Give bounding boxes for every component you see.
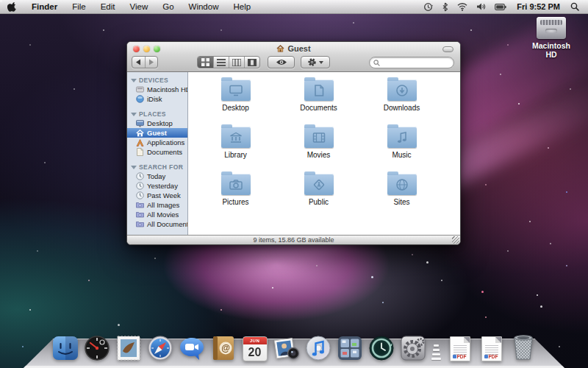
disclosure-triangle-icon[interactable] (131, 113, 137, 116)
folder-label: Documents (300, 104, 337, 112)
sidebar: DEVICES Macintosh HD iDisk PLACES Deskto… (127, 72, 188, 235)
sidebar-item-all-documents[interactable]: All Documents (127, 219, 187, 229)
menu-item-window[interactable]: Window (182, 0, 226, 13)
dock-item-finder[interactable] (51, 333, 79, 361)
sidebar-item-macintosh-hd[interactable]: Macintosh HD (127, 85, 187, 94)
dock-item-system-preferences[interactable] (399, 333, 427, 361)
safari-compass-icon (147, 335, 173, 361)
folder-label: Desktop (222, 104, 249, 112)
folder-icon (387, 127, 417, 148)
sidebar-item-applications[interactable]: Applications (127, 138, 187, 147)
pdf-label: PDF (457, 354, 467, 359)
time-machine-icon (368, 335, 395, 361)
menu-item-view[interactable]: View (123, 0, 156, 13)
apple-menu[interactable] (0, 0, 24, 13)
separator-dash (434, 344, 439, 347)
eye-icon (276, 58, 287, 66)
sidebar-item-today[interactable]: Today (127, 171, 187, 181)
pdf-chip-icon (453, 355, 456, 358)
dock: @ JUN 20 (0, 325, 588, 368)
folder-movies[interactable]: Movies (277, 122, 360, 169)
folder-sites[interactable]: Sites (360, 169, 443, 216)
folder-icon (304, 79, 334, 101)
sidebar-item-idisk[interactable]: iDisk (127, 94, 187, 104)
title-bar[interactable]: Guest (127, 42, 460, 54)
dock-item-itunes[interactable] (304, 333, 332, 361)
sync-clock-icon[interactable] (419, 0, 437, 13)
column-view-icon (232, 59, 241, 66)
dock-item-safari[interactable] (146, 333, 174, 361)
menu-item-file[interactable]: File (65, 0, 93, 13)
battery-icon[interactable] (490, 0, 511, 13)
folder-library[interactable]: Library (194, 122, 277, 169)
menu-item-go[interactable]: Go (155, 0, 181, 13)
home-icon (136, 129, 144, 137)
bluetooth-icon[interactable] (437, 0, 453, 13)
dock-item-photo-booth[interactable] (273, 333, 301, 361)
dock-item-ical[interactable]: JUN 20 (241, 333, 269, 361)
navigation-buttons (132, 56, 158, 68)
sidebar-item-desktop[interactable]: Desktop (127, 118, 187, 128)
resize-grip[interactable] (452, 236, 459, 244)
dock-item-pdf-document-1[interactable]: PDF (446, 333, 474, 361)
menu-item-edit[interactable]: Edit (93, 0, 123, 13)
sidebar-section-search-for[interactable]: SEARCH FOR (127, 162, 187, 171)
folder-public[interactable]: Public (277, 169, 360, 216)
sidebar-item-past-week[interactable]: Past Week (127, 191, 187, 200)
sidebar-item-all-images[interactable]: All Images (127, 200, 187, 210)
folder-label: Movies (307, 151, 331, 159)
menu-bar-clock[interactable]: Fri 9:52 PM (511, 2, 566, 11)
gear-icon (307, 57, 317, 67)
folder-pictures[interactable]: Pictures (194, 169, 277, 216)
volume-icon[interactable] (472, 0, 490, 13)
folder-music[interactable]: Music (360, 122, 443, 169)
column-view-button[interactable] (229, 57, 244, 68)
wifi-icon[interactable] (453, 0, 472, 13)
dock-item-ichat[interactable] (178, 333, 206, 361)
back-button[interactable] (132, 57, 145, 68)
disclosure-triangle-icon[interactable] (131, 79, 137, 82)
list-view-button[interactable] (213, 57, 229, 68)
dock-item-mail[interactable] (115, 333, 143, 361)
globe-glyph-icon (395, 178, 408, 191)
photo-booth-icon (273, 335, 300, 361)
ical-icon: JUN 20 (243, 336, 268, 361)
search-input[interactable] (380, 59, 446, 67)
sidebar-item-all-movies[interactable]: All Movies (127, 210, 187, 219)
forward-button[interactable] (145, 57, 157, 68)
sidebar-section-places[interactable]: PLACES (127, 109, 187, 118)
sidebar-item-guest[interactable]: Guest (127, 128, 187, 138)
dock-item-pdf-document-2[interactable]: PDF (478, 333, 506, 361)
icon-view-button[interactable] (198, 57, 213, 68)
desktop-icon-macintosh-hd[interactable]: Macintosh HD (528, 17, 575, 59)
menu-item-finder[interactable]: Finder (24, 0, 65, 13)
dock-item-address-book[interactable]: @ (209, 333, 237, 361)
library-columns-glyph-icon (229, 132, 243, 144)
apple-logo-icon (7, 1, 16, 12)
disclosure-triangle-icon[interactable] (131, 166, 137, 169)
search-field[interactable] (369, 57, 454, 68)
close-button[interactable] (133, 46, 140, 52)
zoom-button[interactable] (154, 46, 160, 52)
view-mode-control (197, 56, 260, 68)
folder-downloads[interactable]: Downloads (360, 75, 443, 122)
minimize-button[interactable] (143, 46, 150, 52)
action-menu-button[interactable] (301, 56, 330, 68)
dock-item-trash[interactable] (509, 333, 537, 361)
dock-item-spaces[interactable] (336, 333, 364, 361)
quick-look-button[interactable] (268, 56, 295, 68)
dock-item-time-machine[interactable] (368, 333, 395, 361)
folder-documents[interactable]: Documents (277, 75, 360, 122)
sidebar-section-devices[interactable]: DEVICES (127, 75, 187, 85)
menu-item-help[interactable]: Help (226, 0, 258, 13)
coverflow-view-button[interactable] (244, 57, 259, 68)
sidebar-item-documents[interactable]: Documents (127, 147, 187, 157)
toolbar-toggle-pill[interactable] (442, 46, 453, 52)
dock-item-dashboard[interactable] (83, 333, 111, 361)
folder-desktop[interactable]: Desktop (194, 75, 277, 122)
ical-month: JUN (243, 337, 267, 344)
window-chrome[interactable]: Guest (127, 42, 460, 72)
clock-icon (136, 172, 144, 180)
sidebar-item-yesterday[interactable]: Yesterday (127, 181, 187, 191)
spotlight-search-icon[interactable] (566, 0, 588, 13)
